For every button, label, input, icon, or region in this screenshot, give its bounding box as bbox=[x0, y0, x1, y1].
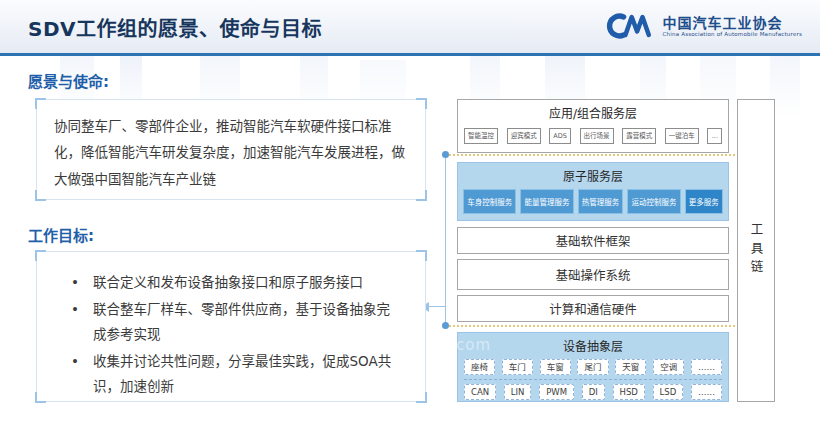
device-layer-title: 设备抽象层 bbox=[458, 337, 728, 354]
device-chip: DI bbox=[582, 384, 605, 400]
device-chip: 车窗 bbox=[540, 359, 571, 375]
device-row-components: 座椅 车门 车窗 尾门 天窗 空调 …… bbox=[458, 359, 728, 375]
app-layer-title: 应用/组合服务层 bbox=[458, 104, 728, 121]
app-chip: 智能温控 bbox=[464, 128, 498, 144]
app-chip: … bbox=[707, 128, 722, 144]
atomic-chip: 运动控制服务 bbox=[627, 189, 680, 214]
slide: SDV工作组的愿景、使命与目标 中国汽车工业协会 China Associati… bbox=[0, 0, 820, 430]
app-chip: 迎宾模式 bbox=[507, 128, 541, 144]
device-chip: 座椅 bbox=[464, 359, 495, 375]
dotted-connector-top bbox=[449, 154, 735, 156]
dotted-connector-bottom bbox=[449, 325, 735, 327]
app-chip: 露营模式 bbox=[622, 128, 656, 144]
app-chip: 出行场景 bbox=[580, 128, 614, 144]
connector-horizontal-stub bbox=[429, 306, 446, 307]
goal-item: 联合定义和发布设备抽象接口和原子服务接口 bbox=[67, 270, 399, 295]
header-bar: SDV工作组的愿景、使命与目标 中国汽车工业协会 China Associati… bbox=[0, 0, 820, 56]
caam-logo: 中国汽车工业协会 China Association of Automobile… bbox=[602, 9, 802, 43]
org-name-en: China Association of Automobile Manufact… bbox=[663, 31, 802, 37]
device-chip: 空调 bbox=[653, 359, 684, 375]
vision-heading: 愿景与使命: bbox=[28, 70, 109, 91]
device-abstraction-layer: 设备抽象层 座椅 车门 车窗 尾门 天窗 空调 …… CAN LIN PWM D… bbox=[457, 332, 729, 402]
device-chip: LIN bbox=[504, 384, 532, 400]
atomic-chip: 热管理服务 bbox=[578, 189, 624, 214]
vision-text: 协同整车厂、零部件企业，推动智能汽车软硬件接口标准化，降低智能汽车研发复杂度，加… bbox=[37, 100, 425, 205]
device-chip: …… bbox=[691, 384, 722, 400]
device-chip: …… bbox=[691, 359, 722, 375]
device-chip: 车门 bbox=[502, 359, 533, 375]
app-chip: 一键泊车 bbox=[665, 128, 699, 144]
goals-heading: 工作目标: bbox=[28, 224, 94, 245]
watermark: com bbox=[456, 336, 491, 354]
atomic-layer-title: 原子服务层 bbox=[458, 167, 728, 184]
toolchain-label: 工具链 bbox=[747, 223, 766, 279]
connector-node-top bbox=[442, 151, 449, 158]
connector-node-bottom bbox=[442, 322, 449, 329]
atomic-chip-row: 车身控制服务 能量管理服务 热管理服务 运动控制服务 更多服务 bbox=[458, 189, 728, 214]
hardware-layer: 计算和通信硬件 bbox=[457, 295, 729, 322]
caam-logo-text: 中国汽车工业协会 China Association of Automobile… bbox=[663, 15, 802, 38]
goals-list: 联合定义和发布设备抽象接口和原子服务接口 联合整车厂样车、零部件供应商，基于设备… bbox=[37, 252, 425, 399]
atomic-service-layer: 原子服务层 车身控制服务 能量管理服务 热管理服务 运动控制服务 更多服务 bbox=[457, 162, 729, 221]
toolchain-layer: 工具链 bbox=[737, 99, 775, 402]
device-chip: PWM bbox=[539, 384, 574, 400]
caam-logo-mark-icon bbox=[602, 9, 656, 43]
device-chip: LSD bbox=[653, 384, 684, 400]
device-chip: HSD bbox=[613, 384, 645, 400]
app-chip: ADS bbox=[549, 128, 571, 144]
device-chip: 天窗 bbox=[615, 359, 646, 375]
device-chip: CAN bbox=[464, 384, 496, 400]
app-chip-row: 智能温控 迎宾模式 ADS 出行场景 露营模式 一键泊车 … bbox=[458, 128, 728, 144]
software-framework-layer: 基础软件框架 bbox=[457, 227, 729, 254]
device-chip: 尾门 bbox=[577, 359, 608, 375]
goal-item: 收集并讨论共性问题，分享最佳实践，促成SOA共识，加速创新 bbox=[67, 349, 399, 399]
device-row-buses: CAN LIN PWM DI HSD LSD …… bbox=[458, 384, 728, 400]
org-name-cn: 中国汽车工业协会 bbox=[663, 15, 802, 32]
atomic-chip: 车身控制服务 bbox=[463, 189, 516, 214]
connector-vertical-line bbox=[445, 156, 446, 326]
device-row-separator bbox=[464, 379, 722, 380]
goal-item: 联合整车厂样车、零部件供应商，基于设备抽象完成参考实现 bbox=[67, 297, 399, 347]
page-title: SDV工作组的愿景、使命与目标 bbox=[28, 13, 322, 42]
vision-box: 协同整车厂、零部件企业，推动智能汽车软硬件接口标准化，降低智能汽车研发复杂度，加… bbox=[36, 99, 426, 200]
app-service-layer: 应用/组合服务层 智能温控 迎宾模式 ADS 出行场景 露营模式 一键泊车 … bbox=[457, 99, 729, 153]
operating-system-layer: 基础操作系统 bbox=[457, 259, 729, 290]
atomic-chip-more: 更多服务 bbox=[685, 189, 723, 214]
goals-box: 联合定义和发布设备抽象接口和原子服务接口 联合整车厂样车、零部件供应商，基于设备… bbox=[36, 251, 426, 402]
atomic-chip: 能量管理服务 bbox=[520, 189, 573, 214]
